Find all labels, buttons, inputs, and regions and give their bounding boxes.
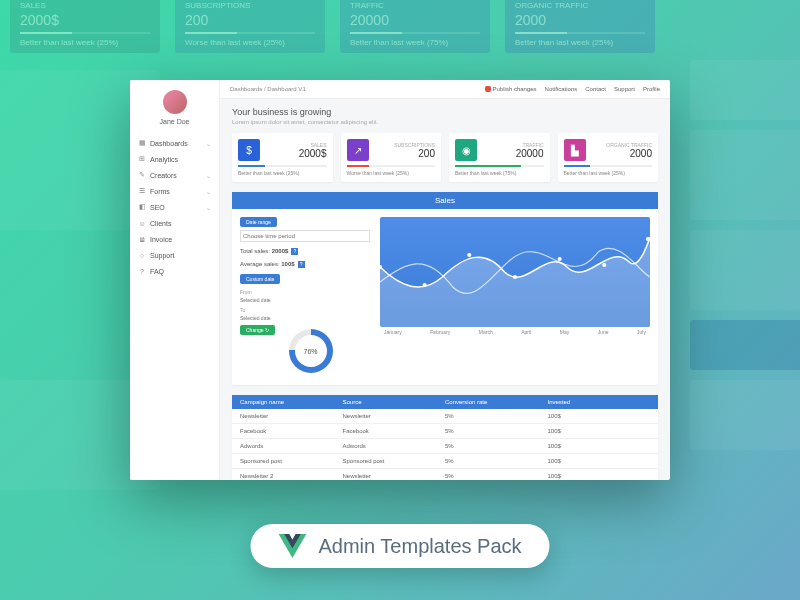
bg-card-sales: SALES2000$Better than last week (25%)	[10, 0, 160, 53]
nav-label: Creators	[150, 172, 177, 179]
sidebar-item-clients[interactable]: ☺Clients	[130, 215, 219, 231]
notifications-link[interactable]: Notifications	[545, 86, 578, 92]
svg-point-3	[513, 275, 517, 279]
stat-card-traffic: ◉TRAFFIC20000Better than last week (75%)	[449, 133, 550, 182]
nav-label: Invoice	[150, 236, 172, 243]
svg-point-2	[467, 253, 471, 257]
nav-icon: ▦	[138, 139, 146, 147]
chevron-down-icon: ⌄	[206, 172, 211, 179]
main-area: Dashboards / Dashboard V1 Publish change…	[220, 80, 670, 480]
nav-label: FAQ	[150, 268, 164, 275]
topbar: Dashboards / Dashboard V1 Publish change…	[220, 80, 670, 99]
nav-icon: ⊞	[138, 155, 146, 163]
badge-text: Admin Templates Pack	[318, 535, 521, 558]
gauge-chart: 76%	[289, 329, 333, 373]
page-subtitle: Lorem ipsum dolor sit amet, consectetur …	[232, 119, 658, 125]
sales-panel: Sales Date range Total sales: 2000$? Ave…	[232, 192, 658, 385]
chart-x-axis: JanuaryFebruaryMarchAprilMayJuneJuly	[380, 327, 650, 337]
nav-label: Dashboards	[150, 140, 188, 147]
change-button[interactable]: Change ↻	[240, 325, 275, 335]
sidebar-item-forms[interactable]: ☰Forms⌄	[130, 183, 219, 199]
chevron-down-icon: ⌄	[206, 188, 211, 195]
nav-label: Forms	[150, 188, 170, 195]
sidebar-item-dashboards[interactable]: ▦Dashboards⌄	[130, 135, 219, 151]
stat-card-sales: $SALES2000$Better than last week (25%)	[232, 133, 333, 182]
stat-icon: $	[238, 139, 260, 161]
nav-icon: ☰	[138, 187, 146, 195]
table-row[interactable]: NewsletterNewsletter5%100$	[232, 409, 658, 424]
nav-label: Clients	[150, 220, 171, 227]
bg-card-subs: SUBSCRIPTIONS200Worse than last week (25…	[175, 0, 325, 53]
chevron-down-icon: ⌄	[206, 140, 211, 147]
table-row[interactable]: Sponsored postSponsored post5%100$	[232, 454, 658, 469]
nav-label: SEO	[150, 204, 165, 211]
stat-card-organic-traffic: ▙ORGANIC TRAFFIC2000Better than last wee…	[558, 133, 659, 182]
publish-button[interactable]: Publish changes	[485, 86, 537, 92]
date-range-pill: Date range	[240, 217, 277, 227]
nav-icon: ?	[138, 267, 146, 275]
vue-logo-icon	[278, 534, 306, 558]
svg-point-6	[646, 237, 650, 241]
contact-link[interactable]: Contact	[585, 86, 606, 92]
profile-link[interactable]: Profile	[643, 86, 660, 92]
table-row[interactable]: Newsletter 2Newsletter5%100$	[232, 469, 658, 480]
nav-icon: ✎	[138, 171, 146, 179]
sales-line-chart	[380, 217, 650, 327]
breadcrumb: Dashboards / Dashboard V1	[230, 86, 485, 92]
table-row[interactable]: AdwordsAdwords5%100$	[232, 439, 658, 454]
table-header: Campaign nameSourceConversion rateInvest…	[232, 395, 658, 409]
sidebar-item-analytics[interactable]: ⊞Analytics	[130, 151, 219, 167]
stat-card-subscriptions: ↗SUBSCRIPTIONS200Worse than last week (2…	[341, 133, 442, 182]
campaigns-table: Campaign nameSourceConversion rateInvest…	[232, 395, 658, 480]
stat-icon: ▙	[564, 139, 586, 161]
table-row[interactable]: FacebookFacebook5%100$	[232, 424, 658, 439]
bg-card-organic: ORGANIC TRAFFIC2000Better than last week…	[505, 0, 655, 53]
avg-sales: Average sales: 100$?	[240, 261, 370, 268]
content: Your business is growing Lorem ipsum dol…	[220, 99, 670, 480]
avatar[interactable]	[163, 90, 187, 114]
stat-row: $SALES2000$Better than last week (25%)↗S…	[232, 133, 658, 182]
stat-icon: ↗	[347, 139, 369, 161]
nav-icon: ☺	[138, 219, 146, 227]
support-link[interactable]: Support	[614, 86, 635, 92]
svg-point-4	[558, 257, 562, 261]
svg-point-5	[602, 263, 606, 267]
product-badge: Admin Templates Pack	[250, 524, 549, 568]
time-period-select[interactable]	[240, 230, 370, 242]
sidebar-item-invoice[interactable]: 🗎Invoice	[130, 231, 219, 247]
nav-label: Analytics	[150, 156, 178, 163]
chevron-down-icon: ⌄	[206, 204, 211, 211]
bg-card-traffic: TRAFFIC20000Better than last week (75%)	[340, 0, 490, 53]
nav-icon: 🗎	[138, 235, 146, 243]
dashboard-window: Jane Doe ▦Dashboards⌄⊞Analytics✎Creators…	[130, 80, 670, 480]
sidebar-item-creators[interactable]: ✎Creators⌄	[130, 167, 219, 183]
sidebar-item-faq[interactable]: ?FAQ	[130, 263, 219, 279]
stat-icon: ◉	[455, 139, 477, 161]
nav-icon: ◧	[138, 203, 146, 211]
sales-panel-title: Sales	[232, 192, 658, 209]
sidebar-item-seo[interactable]: ◧SEO⌄	[130, 199, 219, 215]
custom-date-pill: Custom date	[240, 274, 280, 284]
nav-icon: ○	[138, 251, 146, 259]
user-name: Jane Doe	[130, 118, 219, 125]
nav-label: Support	[150, 252, 175, 259]
sidebar-item-support[interactable]: ○Support	[130, 247, 219, 263]
total-sales: Total sales: 2000$?	[240, 248, 370, 255]
svg-point-1	[423, 283, 427, 287]
sidebar: Jane Doe ▦Dashboards⌄⊞Analytics✎Creators…	[130, 80, 220, 480]
page-title: Your business is growing	[232, 107, 658, 117]
